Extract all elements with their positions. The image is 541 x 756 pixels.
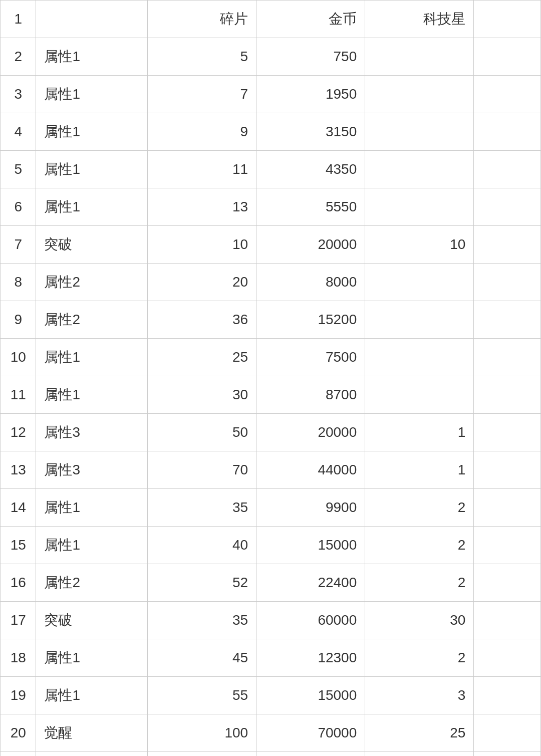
cell-extra bbox=[474, 76, 541, 113]
cell-jinbi: 4350 bbox=[256, 151, 365, 188]
cell-extra bbox=[474, 677, 541, 714]
cell-keji bbox=[365, 339, 474, 376]
cell-suipian: 20 bbox=[148, 264, 256, 301]
cell-extra bbox=[474, 414, 541, 451]
cell-index: 18 bbox=[1, 639, 36, 677]
cell-index: 3 bbox=[1, 76, 36, 113]
cell-name: 属性1 bbox=[36, 113, 148, 151]
cell-suipian: 55 bbox=[148, 677, 256, 714]
cell-index: 12 bbox=[1, 414, 36, 451]
cell-name: 属性1 bbox=[36, 76, 148, 113]
cell-name: 觉醒 bbox=[36, 714, 148, 752]
cell-suipian: 13 bbox=[148, 188, 256, 226]
cell-name: 属性2 bbox=[36, 264, 148, 301]
cell-index: 2 bbox=[1, 38, 36, 76]
table-row: 9属性23615200 bbox=[1, 301, 541, 339]
footer-keji: 78 bbox=[365, 752, 474, 757]
cell-name: 属性2 bbox=[36, 301, 148, 339]
cell-jinbi: 44000 bbox=[256, 451, 365, 489]
cell-name: 属性1 bbox=[36, 151, 148, 188]
footer-index: 21 bbox=[1, 752, 36, 757]
header-keji: 科技星 bbox=[365, 1, 474, 38]
cell-jinbi: 15000 bbox=[256, 527, 365, 564]
cell-name: 突破 bbox=[36, 226, 148, 264]
cell-extra bbox=[474, 602, 541, 639]
cell-suipian: 40 bbox=[148, 527, 256, 564]
table-row: 18属性145123002 bbox=[1, 639, 541, 677]
table-row: 17突破356000030 bbox=[1, 602, 541, 639]
table-header-row: 1 碎片 金币 科技星 bbox=[1, 1, 541, 38]
cell-suipian: 7 bbox=[148, 76, 256, 113]
cell-extra bbox=[474, 38, 541, 76]
cell-jinbi: 5550 bbox=[256, 188, 365, 226]
cell-extra bbox=[474, 301, 541, 339]
cell-name: 突破 bbox=[36, 602, 148, 639]
cell-suipian: 25 bbox=[148, 339, 256, 376]
cell-name: 属性3 bbox=[36, 451, 148, 489]
cell-keji bbox=[365, 113, 474, 151]
cell-keji: 2 bbox=[365, 489, 474, 527]
cell-extra bbox=[474, 451, 541, 489]
cell-jinbi: 3150 bbox=[256, 113, 365, 151]
cell-jinbi: 22400 bbox=[256, 564, 365, 602]
header-extra bbox=[474, 1, 541, 38]
table-row: 7突破102000010 bbox=[1, 226, 541, 264]
table-row: 14属性13599002 bbox=[1, 489, 541, 527]
cell-name: 属性1 bbox=[36, 677, 148, 714]
cell-keji: 2 bbox=[365, 639, 474, 677]
cell-index: 5 bbox=[1, 151, 36, 188]
cell-index: 13 bbox=[1, 451, 36, 489]
cell-suipian: 70 bbox=[148, 451, 256, 489]
cell-suipian: 10 bbox=[148, 226, 256, 264]
cell-index: 19 bbox=[1, 677, 36, 714]
cell-jinbi: 750 bbox=[256, 38, 365, 76]
cell-jinbi: 20000 bbox=[256, 414, 365, 451]
cell-index: 15 bbox=[1, 527, 36, 564]
table-row: 20觉醒1007000025 bbox=[1, 714, 541, 752]
cell-name: 属性1 bbox=[36, 188, 148, 226]
cell-extra bbox=[474, 714, 541, 752]
cell-index: 6 bbox=[1, 188, 36, 226]
cell-jinbi: 70000 bbox=[256, 714, 365, 752]
cell-jinbi: 12300 bbox=[256, 639, 365, 677]
header-jinbi: 金币 bbox=[256, 1, 365, 38]
cell-keji: 1 bbox=[365, 414, 474, 451]
cell-suipian: 35 bbox=[148, 489, 256, 527]
table-footer-row: 21 总和 648 343750 78 bbox=[1, 752, 541, 757]
main-table-container: 1 碎片 金币 科技星 2属性157503属性1719504属性1931505属… bbox=[0, 0, 541, 756]
cell-name: 属性1 bbox=[36, 639, 148, 677]
table-row: 19属性155150003 bbox=[1, 677, 541, 714]
cell-extra bbox=[474, 527, 541, 564]
footer-suipian: 648 bbox=[148, 752, 256, 757]
cell-extra bbox=[474, 113, 541, 151]
table-row: 2属性15750 bbox=[1, 38, 541, 76]
cell-index: 10 bbox=[1, 339, 36, 376]
table-row: 15属性140150002 bbox=[1, 527, 541, 564]
table-row: 12属性350200001 bbox=[1, 414, 541, 451]
cell-index: 7 bbox=[1, 226, 36, 264]
table-row: 11属性1308700 bbox=[1, 376, 541, 414]
cell-name: 属性3 bbox=[36, 414, 148, 451]
cell-extra bbox=[474, 188, 541, 226]
cell-extra bbox=[474, 639, 541, 677]
cell-jinbi: 60000 bbox=[256, 602, 365, 639]
data-table: 1 碎片 金币 科技星 2属性157503属性1719504属性1931505属… bbox=[0, 0, 541, 756]
cell-suipian: 52 bbox=[148, 564, 256, 602]
header-name bbox=[36, 1, 148, 38]
header-index: 1 bbox=[1, 1, 36, 38]
table-row: 10属性1257500 bbox=[1, 339, 541, 376]
cell-suipian: 50 bbox=[148, 414, 256, 451]
cell-keji bbox=[365, 151, 474, 188]
cell-suipian: 9 bbox=[148, 113, 256, 151]
cell-extra bbox=[474, 151, 541, 188]
cell-jinbi: 9900 bbox=[256, 489, 365, 527]
cell-name: 属性2 bbox=[36, 564, 148, 602]
cell-name: 属性1 bbox=[36, 489, 148, 527]
table-row: 6属性1135550 bbox=[1, 188, 541, 226]
footer-jinbi: 343750 bbox=[256, 752, 365, 757]
cell-name: 属性1 bbox=[36, 527, 148, 564]
footer-name: 总和 bbox=[36, 752, 148, 757]
cell-extra bbox=[474, 339, 541, 376]
cell-suipian: 100 bbox=[148, 714, 256, 752]
cell-jinbi: 20000 bbox=[256, 226, 365, 264]
